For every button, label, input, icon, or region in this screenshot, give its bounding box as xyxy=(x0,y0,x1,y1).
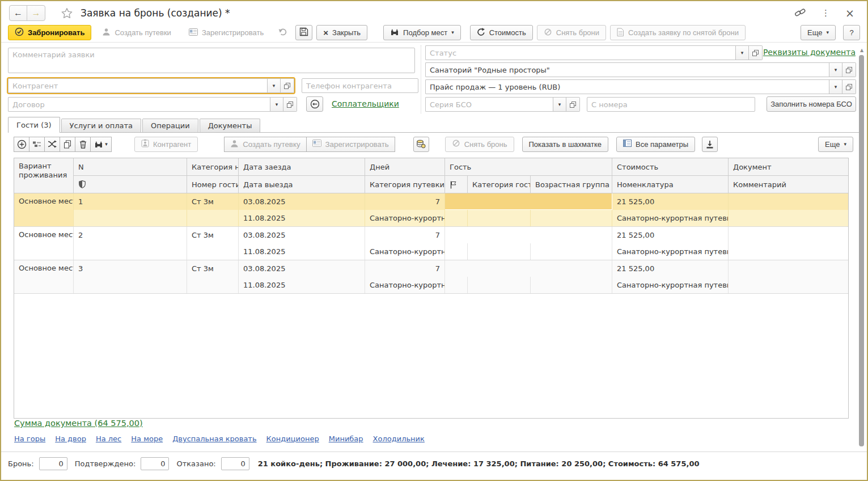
all-parameters-button[interactable]: Все параметры xyxy=(616,137,695,152)
fill-bso-numbers-button[interactable]: Заполнить номера БСО xyxy=(767,96,856,112)
cell-departure[interactable]: 11.08.2025 xyxy=(239,243,365,260)
undo-button[interactable] xyxy=(274,25,291,40)
sanatorium-input[interactable] xyxy=(425,62,829,77)
cell-comment[interactable] xyxy=(729,210,848,226)
vertical-scrollbar[interactable]: ▲ xyxy=(859,48,865,452)
bso-series-dropdown-button[interactable]: ▾ xyxy=(553,97,566,112)
levels-button[interactable] xyxy=(29,137,45,152)
copy-row-button[interactable] xyxy=(60,137,75,152)
bso-series-input[interactable] xyxy=(425,97,553,112)
cell-document[interactable] xyxy=(729,227,848,243)
copayers-back-button[interactable] xyxy=(306,96,323,112)
search-button[interactable]: ▾ xyxy=(90,137,112,152)
cancel-reservations-button[interactable]: Снять брони xyxy=(537,25,606,40)
cell-guest-category[interactable] xyxy=(468,277,531,293)
bso-series-open-button[interactable] xyxy=(566,97,580,112)
close-window-icon[interactable]: × xyxy=(845,8,854,19)
scroll-up-arrow-icon[interactable]: ▲ xyxy=(859,48,865,53)
tab-documents[interactable]: Документы xyxy=(200,119,261,132)
feature-link-air-conditioner[interactable]: Кондиционер xyxy=(266,434,319,443)
cell-nomenclature[interactable]: Санаторно-курортная путевка xyxy=(612,210,729,226)
document-requisites-link[interactable]: Реквизиты документа xyxy=(763,48,856,57)
cell-flag[interactable] xyxy=(445,243,468,260)
copayers-link[interactable]: Соплательщики xyxy=(332,99,399,108)
cell-departure[interactable]: 11.08.2025 xyxy=(239,210,365,226)
cell-age-group[interactable] xyxy=(531,243,612,260)
feature-link-double-bed[interactable]: Двуспальная кровать xyxy=(172,434,256,443)
more-button[interactable]: Еще▾ xyxy=(801,25,836,40)
cell-n[interactable]: 2 xyxy=(74,227,187,243)
contractor-dropdown-button[interactable]: ▾ xyxy=(267,78,281,93)
cell-hotel-number[interactable] xyxy=(187,277,239,293)
forward-button[interactable]: → xyxy=(27,6,45,20)
cell-n[interactable]: 3 xyxy=(74,260,187,277)
cell-n[interactable]: 1 xyxy=(74,193,187,210)
feature-link-yard[interactable]: На двор xyxy=(55,434,86,443)
cell-marker[interactable] xyxy=(74,243,187,260)
cell-room-category[interactable]: Ст 3м xyxy=(187,260,239,277)
cell-guest[interactable] xyxy=(445,227,612,243)
create-vouchers-button[interactable]: Создать путевки xyxy=(95,25,177,40)
cell-arrival[interactable]: 03.08.2025 xyxy=(239,227,365,243)
save-button[interactable] xyxy=(295,25,312,40)
document-sum-link[interactable]: Сумма документа (64 575,00) xyxy=(14,419,143,428)
cancel-reservation-button[interactable]: Снять бронь xyxy=(445,137,514,152)
cell-voucher-category[interactable]: Санаторно-курортная путевка xyxy=(365,210,445,226)
shuffle-button[interactable] xyxy=(44,137,60,152)
cell-hotel-number[interactable] xyxy=(187,243,239,260)
contract-open-button[interactable] xyxy=(283,97,297,112)
favorite-star-icon[interactable] xyxy=(61,7,73,19)
cell-days[interactable]: 7 xyxy=(365,260,445,277)
cell-document[interactable] xyxy=(729,260,848,277)
add-row-button[interactable] xyxy=(14,137,29,152)
tab-services-payment[interactable]: Услуги и оплата xyxy=(61,119,141,132)
cell-guest-category[interactable] xyxy=(468,210,531,226)
tab-guests[interactable]: Гости (3) xyxy=(8,117,60,133)
cell-days[interactable]: 7 xyxy=(365,227,445,243)
cell-room-category[interactable]: Ст 3м xyxy=(187,227,239,243)
contractor-open-button[interactable] xyxy=(281,78,294,93)
cell-marker[interactable] xyxy=(74,210,187,226)
sanatorium-dropdown-button[interactable]: ▾ xyxy=(829,62,842,77)
declined-count-input[interactable] xyxy=(221,457,249,470)
cell-voucher-category[interactable]: Санаторно-курортная путевка xyxy=(365,243,445,260)
cell-arrival[interactable]: 03.08.2025 xyxy=(239,260,365,277)
cost-button[interactable]: Стоимость xyxy=(470,25,533,40)
row-contractor-button[interactable]: Контрагент xyxy=(134,137,198,152)
cell-arrival[interactable]: 03.08.2025 xyxy=(239,193,365,210)
cell-accommodation[interactable]: Основное место xyxy=(14,193,74,226)
table-more-button[interactable]: Еще▾ xyxy=(818,137,853,152)
kebab-menu-icon[interactable]: ⋮ xyxy=(822,9,830,18)
cell-flag[interactable] xyxy=(445,277,468,293)
contract-input[interactable] xyxy=(8,97,270,112)
cell-cost[interactable]: 21 525,00 xyxy=(612,260,729,277)
row-register-button[interactable]: Зарегистрировать xyxy=(306,137,395,152)
status-dropdown-button[interactable]: ▾ xyxy=(735,45,749,60)
seat-selection-button[interactable]: Подбор мест ▾ xyxy=(383,25,461,40)
cell-departure[interactable]: 11.08.2025 xyxy=(239,277,365,293)
cell-comment[interactable] xyxy=(729,277,848,293)
cell-marker[interactable] xyxy=(74,277,187,293)
reserve-button[interactable]: Забронировать xyxy=(8,25,91,40)
reserved-count-input[interactable] xyxy=(39,457,67,470)
cell-age-group[interactable] xyxy=(531,210,612,226)
cell-guest[interactable] xyxy=(445,193,612,210)
confirmed-count-input[interactable] xyxy=(141,457,169,470)
price-dropdown-button[interactable]: ▾ xyxy=(829,79,842,94)
cell-room-category[interactable]: Ст 3м xyxy=(187,193,239,210)
cell-guest-category[interactable] xyxy=(468,243,531,260)
cell-comment[interactable] xyxy=(729,243,848,260)
link-icon[interactable] xyxy=(794,7,806,20)
cell-accommodation[interactable]: Основное место xyxy=(14,260,74,293)
help-button[interactable]: ? xyxy=(843,25,860,40)
price-open-button[interactable] xyxy=(842,79,856,94)
cell-days[interactable]: 7 xyxy=(365,193,445,210)
feature-link-forest[interactable]: На лес xyxy=(96,434,121,443)
cell-cost[interactable]: 21 525,00 xyxy=(612,227,729,243)
cell-accommodation[interactable]: Основное место xyxy=(14,227,74,260)
close-button[interactable]: × Закрыть xyxy=(316,25,367,40)
import-button[interactable] xyxy=(702,137,718,152)
feature-link-fridge[interactable]: Холодильник xyxy=(373,434,425,443)
from-number-input[interactable] xyxy=(587,97,755,112)
create-voucher-button[interactable]: Создать путевку xyxy=(224,137,306,152)
